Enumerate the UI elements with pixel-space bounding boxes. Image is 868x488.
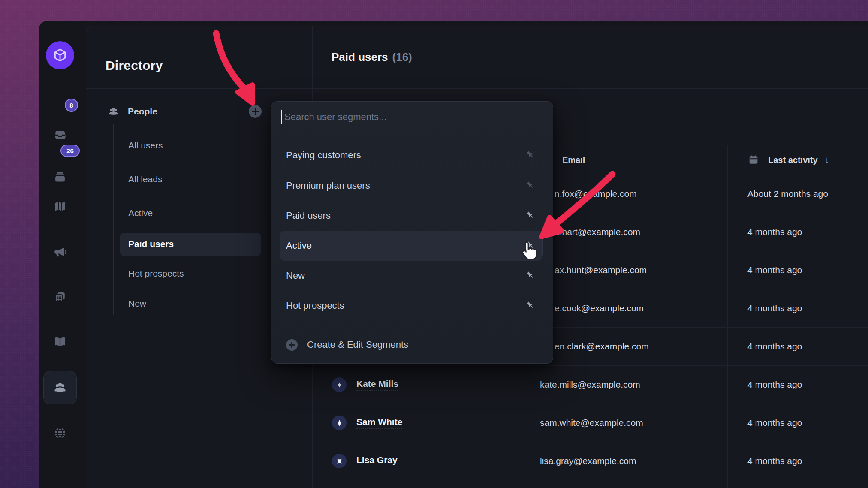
- icon-rail: 8 26: [39, 21, 86, 488]
- inbox-icon: [53, 127, 67, 142]
- avatar: [332, 416, 347, 430]
- sidebar-item-inbox[interactable]: [53, 127, 67, 142]
- segment-item-active[interactable]: Active: [280, 231, 542, 261]
- sidebar-item-all-users[interactable]: All users: [128, 139, 163, 151]
- cards-icon: [53, 290, 67, 304]
- activity-cell: 4 months ago: [747, 303, 802, 313]
- sidebar-item-hot-prospects[interactable]: Hot prospects: [128, 268, 184, 280]
- segment-item-paying-customers[interactable]: Paying customers: [280, 140, 542, 170]
- page-title: Directory: [105, 58, 163, 73]
- pin-icon[interactable]: [525, 300, 536, 311]
- pin-icon[interactable]: [525, 180, 536, 191]
- activity-cell: 4 months ago: [747, 418, 802, 428]
- activity-cell: 4 months ago: [747, 265, 802, 275]
- content-panel: Directory People All users All leads Act…: [86, 26, 868, 488]
- cube-icon: [51, 47, 69, 64]
- activity-cell: 4 months ago: [747, 227, 802, 237]
- sidebar-item-new[interactable]: New: [128, 298, 146, 310]
- plus-circle-icon: [286, 339, 298, 351]
- activity-cell: 4 months ago: [747, 341, 802, 352]
- calendar-icon: [747, 154, 760, 166]
- sidebar-item-library[interactable]: [53, 334, 67, 349]
- popover-divider: [271, 327, 553, 327]
- search-input[interactable]: [283, 111, 525, 123]
- avatar: [332, 454, 347, 468]
- email-cell: lisa.gray@example.com: [540, 456, 636, 466]
- email-cell: kate.mills@example.com: [540, 380, 640, 390]
- email-cell: en.clark@example.com: [555, 341, 649, 352]
- people-group-icon: [108, 106, 119, 117]
- add-segment-button[interactable]: [249, 105, 262, 118]
- pin-icon[interactable]: [525, 150, 536, 161]
- map-icon: [53, 199, 67, 214]
- name-cell[interactable]: Lisa Gray: [356, 455, 398, 467]
- pin-icon[interactable]: [525, 240, 536, 251]
- sidebar-item-web[interactable]: [53, 426, 67, 440]
- name-cell[interactable]: Sam White: [356, 417, 402, 429]
- stack-icon: [53, 170, 67, 184]
- people-icon: [53, 380, 67, 395]
- avatar: [332, 377, 347, 392]
- sidebar-item-campaigns[interactable]: [53, 245, 67, 259]
- column-header-email[interactable]: Email: [562, 145, 585, 175]
- megaphone-icon: [53, 245, 67, 259]
- people-group-header[interactable]: People: [108, 104, 157, 119]
- activity-cell: 4 months ago: [747, 456, 802, 466]
- popover-divider: [271, 133, 553, 133]
- segment-search[interactable]: [271, 102, 553, 133]
- sidebar-item-all-leads[interactable]: All leads: [128, 173, 162, 185]
- sidebar-item-active[interactable]: Active: [128, 207, 153, 219]
- globe-icon: [53, 426, 67, 440]
- segment-item-hot-prospects[interactable]: Hot prospects: [280, 291, 542, 321]
- list-title-text: Paid users: [332, 51, 388, 63]
- pin-icon[interactable]: [525, 210, 536, 221]
- email-cell: ax.hunt@example.com: [555, 265, 647, 275]
- activity-cell: 4 months ago: [747, 380, 802, 390]
- tree-line: [113, 124, 114, 315]
- table-row[interactable]: Kate Mills kate.mills@example.com 4 mont…: [312, 366, 868, 404]
- app-window: 8 26 Directory People: [39, 21, 868, 488]
- activity-cell: About 2 months ago: [747, 189, 828, 199]
- inbox-badge: 8: [65, 99, 78, 112]
- collections-badge: 26: [60, 145, 80, 157]
- create-edit-segments-button[interactable]: Create & Edit Segments: [286, 334, 408, 355]
- app-logo[interactable]: [46, 41, 74, 69]
- sidebar-item-collections[interactable]: [53, 170, 67, 184]
- segment-item-premium-plan-users[interactable]: Premium plan users: [280, 171, 542, 201]
- segment-item-paid-users[interactable]: Paid users: [280, 201, 542, 231]
- email-cell: n.fox@example.com: [555, 189, 637, 199]
- list-count: (16): [392, 51, 412, 63]
- column-header-last-activity[interactable]: Last activity ↓: [747, 145, 829, 175]
- table-row[interactable]: Sam White sam.white@example.com 4 months…: [312, 404, 868, 442]
- email-cell: a.hart@example.com: [555, 227, 640, 237]
- sidebar-item-notes[interactable]: [53, 290, 67, 304]
- table-row-partial: [312, 480, 868, 488]
- list-title: Paid users(16): [332, 51, 412, 64]
- table-row[interactable]: Lisa Gray lisa.gray@example.com 4 months…: [312, 442, 868, 480]
- segment-item-new[interactable]: New: [280, 261, 542, 291]
- sidebar-item-people[interactable]: [53, 380, 67, 395]
- book-icon: [53, 334, 67, 349]
- segments-popover: Paying customers Premium plan users Paid…: [271, 101, 553, 364]
- people-group-label: People: [128, 106, 157, 117]
- pin-icon[interactable]: [525, 270, 536, 281]
- text-caret: [281, 110, 282, 124]
- sidebar-item-map[interactable]: [53, 199, 67, 214]
- email-cell: sam.white@example.com: [540, 418, 643, 428]
- sidebar-item-paid-users[interactable]: Paid users: [128, 238, 174, 250]
- email-cell: e.cook@example.com: [555, 303, 644, 313]
- sort-desc-icon[interactable]: ↓: [825, 154, 829, 166]
- name-cell[interactable]: Kate Mills: [356, 379, 398, 391]
